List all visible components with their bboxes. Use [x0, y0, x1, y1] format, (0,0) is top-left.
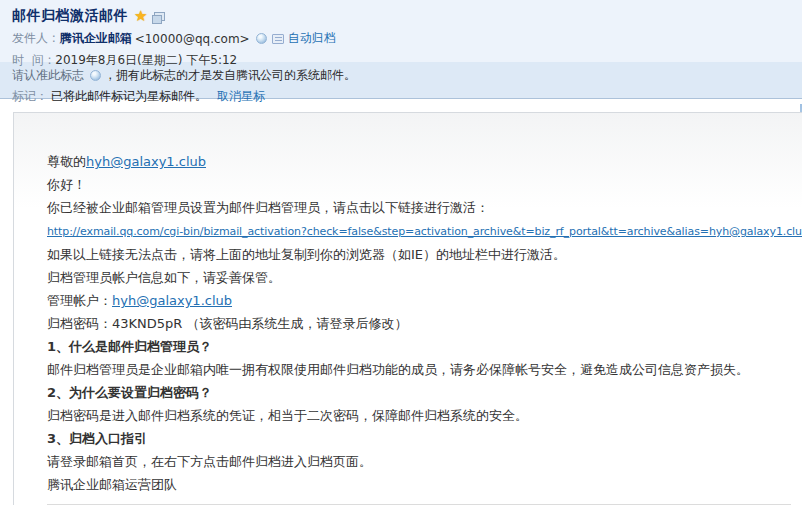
q1-text: 邮件归档管理员是企业邮箱内唯一拥有权限使用邮件归档功能的成员，请务必保障帐号安全… [47, 358, 791, 381]
auto-archive-link[interactable]: 自动归档 [288, 30, 336, 47]
account-label: 管理帐户： [47, 293, 112, 308]
notice-prefix: 请认准此标志 [12, 67, 84, 84]
salutation-line: 尊敬的hyh@galaxy1.club [47, 150, 791, 173]
password-value: 43KND5pR [112, 316, 182, 331]
subject-row: 邮件归档激活邮件 ★ [12, 7, 790, 25]
mail-header: 邮件归档激活邮件 ★ 发件人 : 腾讯企业邮箱 <10000@qq.com> 自… [0, 0, 802, 62]
cancel-star-link[interactable]: 取消星标 [217, 88, 265, 105]
activation-url-line: http://exmail.qq.com/cgi-bin/bizmail_act… [47, 219, 791, 243]
password-label: 归档密码： [47, 316, 112, 331]
password-note: （该密码由系统生成，请登录后修改） [182, 316, 407, 331]
q3-heading: 3、归档入口指引 [47, 427, 791, 450]
star-tag-row: 标记： 已将此邮件标记为星标邮件。 取消星标 [12, 88, 790, 105]
anti-phishing-notice: 请认准此标志 ，拥有此标志的才是发自腾讯公司的系统邮件。 [12, 67, 790, 84]
sender-row: 发件人 : 腾讯企业邮箱 <10000@qq.com> 自动归档 [12, 30, 790, 47]
q1-heading: 1、什么是邮件归档管理员？ [47, 335, 791, 358]
intro-line: 你已经被企业邮箱管理员设置为邮件归档管理员，请点击以下链接进行激活： [47, 196, 791, 219]
from-label: 发件人 : [12, 30, 60, 47]
star-icon[interactable]: ★ [134, 7, 147, 25]
salutation-email-link[interactable]: hyh@galaxy1.club [86, 154, 206, 169]
tag-text: 已将此邮件标记为星标邮件。 [51, 88, 207, 105]
account-email-link[interactable]: hyh@galaxy1.club [112, 293, 232, 308]
tencent-system-badge-icon [256, 33, 267, 44]
q3-text: 请登录邮箱首页，在右下方点击邮件归档进入归档页面。 [47, 450, 791, 473]
fallback-line: 如果以上链接无法点击，请将上面的地址复制到你的浏览器（如IE）的地址栏中进行激活… [47, 243, 791, 266]
account-info-line: 归档管理员帐户信息如下，请妥善保管。 [47, 266, 791, 289]
account-line: 管理帐户：hyh@galaxy1.club [47, 289, 791, 312]
notice-bar: 请认准此标志 ，拥有此标志的才是发自腾讯公司的系统邮件。 标记： 已将此邮件标记… [0, 62, 802, 99]
tencent-system-badge-icon [90, 70, 101, 81]
notice-suffix: ，拥有此标志的才是发自腾讯公司的系统邮件。 [104, 67, 356, 84]
password-line: 归档密码：43KND5pR （该密码由系统生成，请登录后修改） [47, 312, 791, 335]
mail-subject: 邮件归档激活邮件 [12, 7, 128, 25]
tag-label: 标记： [12, 88, 48, 105]
archive-icon [272, 34, 284, 44]
sender-name[interactable]: 腾讯企业邮箱 [60, 30, 132, 47]
salutation-prefix: 尊敬的 [47, 154, 86, 169]
activation-url-link[interactable]: http://exmail.qq.com/cgi-bin/bizmail_act… [47, 220, 802, 243]
mail-body-panel: 尊敬的hyh@galaxy1.club 你好！ 你已经被企业邮箱管理员设置为邮件… [13, 112, 802, 505]
q2-text: 归档密码是进入邮件归档系统的凭证，相当于二次密码，保障邮件归档系统的安全。 [47, 404, 791, 427]
open-in-new-window-icon[interactable] [154, 12, 165, 21]
greeting-line: 你好！ [47, 173, 791, 196]
sender-address[interactable]: <10000@qq.com> [135, 32, 250, 46]
signature-line: 腾讯企业邮箱运营团队 [47, 473, 791, 496]
q2-heading: 2、为什么要设置归档密码？ [47, 381, 791, 404]
